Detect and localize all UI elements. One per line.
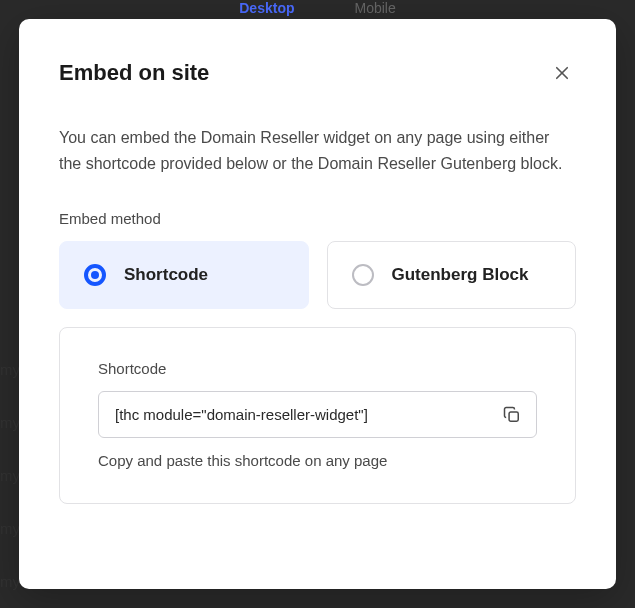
embed-modal: Embed on site You can embed the Domain R… [19, 19, 616, 589]
shortcode-input-wrap [98, 391, 537, 438]
radio-icon [352, 264, 374, 286]
shortcode-hint: Copy and paste this shortcode on any pag… [98, 452, 537, 469]
shortcode-input[interactable] [98, 391, 537, 438]
option-shortcode-label: Shortcode [124, 265, 208, 285]
copy-button[interactable] [499, 402, 525, 428]
embed-method-label: Embed method [59, 210, 576, 227]
close-button[interactable] [548, 59, 576, 87]
device-tabs: Desktop Mobile [0, 0, 635, 16]
modal-description: You can embed the Domain Reseller widget… [59, 125, 576, 176]
radio-icon [84, 264, 106, 286]
modal-title: Embed on site [59, 60, 209, 86]
option-gutenberg[interactable]: Gutenberg Block [327, 241, 577, 309]
shortcode-panel: Shortcode Copy and paste this shortcode … [59, 327, 576, 504]
option-gutenberg-label: Gutenberg Block [392, 265, 529, 285]
modal-header: Embed on site [59, 59, 576, 87]
copy-icon [502, 405, 522, 425]
close-icon [553, 64, 571, 82]
option-shortcode[interactable]: Shortcode [59, 241, 309, 309]
svg-rect-2 [509, 412, 518, 421]
tab-desktop[interactable]: Desktop [239, 0, 294, 16]
shortcode-title: Shortcode [98, 360, 537, 377]
embed-method-options: Shortcode Gutenberg Block [59, 241, 576, 309]
tab-mobile[interactable]: Mobile [354, 0, 395, 16]
